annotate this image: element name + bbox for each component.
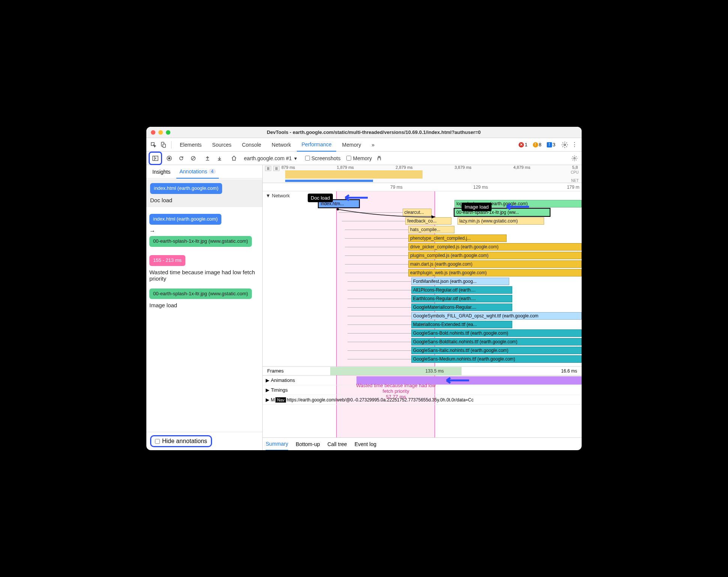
network-bar[interactable]: All1PIcons-Regular.otf (earth.... [411,286,513,294]
maximize-icon[interactable] [166,130,170,135]
download-icon[interactable] [215,153,224,163]
record-icon[interactable] [164,153,174,163]
network-bar[interactable]: GoogleSans-BoldItalic.nohints.ttf (earth… [411,338,582,346]
wait-line [347,307,411,308]
wait-line [347,359,411,359]
titlebar: DevTools - earth.google.com/static/multi… [146,127,582,138]
annotation-chip: index.html (earth.google.com) [149,214,221,225]
network-bar[interactable]: lazy.min.js (www.gstatic.com) [457,217,544,225]
network-row[interactable]: GoogleMaterialIcons-Regular.... [293,304,582,312]
network-row[interactable]: GoogleSans-Bold.nohints.ttf (earth.googl… [293,329,582,338]
network-row[interactable]: index.htm...logo_lockup.svg (earth.googl… [293,200,582,209]
annotation-item[interactable]: 00-earth-splash-1x-ltr.jpg (www.gstatic.… [149,288,259,309]
tab-insights[interactable]: Insights [149,165,173,179]
device-icon[interactable] [159,141,167,149]
network-row[interactable]: GoogleSans-BoldItalic.nohints.ttf (earth… [293,338,582,347]
annotation-item[interactable]: index.html (earth.google.com) Doc load [146,179,262,207]
tab-memory[interactable]: Memory [338,138,366,152]
close-icon[interactable] [151,130,155,135]
toggle-sidebar-icon[interactable] [150,153,160,163]
perf-toolbar: earth.google.com #1 ▾ Screenshots Memory [146,152,582,165]
tab-performance[interactable]: Performance [297,138,336,152]
hide-annotations-checkbox[interactable] [155,439,160,444]
network-row[interactable]: FontManifest.json (earth.goog... [293,278,582,286]
network-bar[interactable]: clearcut... [403,209,432,216]
tab-annotations[interactable]: Annotations 4 [176,165,219,179]
upload-icon[interactable] [203,153,212,163]
devtools-window: DevTools - earth.google.com/static/multi… [146,127,582,450]
network-bar[interactable]: plugins_compiled.js (earth.google.com) [408,252,582,259]
wait-line [347,333,411,334]
track-area[interactable]: Doc load Image load ▼ Network index.htm.… [263,191,582,437]
home-icon[interactable] [229,153,239,163]
wait-line [345,247,408,247]
tab-sources[interactable]: Sources [208,138,236,152]
main: Insights Annotations 4 index.html (earth… [146,165,582,450]
pause-icon[interactable]: ⏸ [273,166,280,171]
network-bar[interactable]: GoogleSans-Italic.nohints.ttf (earth.goo… [411,347,582,354]
network-row[interactable]: plugins_compiled.js (earth.google.com) [293,252,582,260]
network-bar[interactable]: FontManifest.json (earth.goog... [411,278,510,285]
hide-annotations-highlight: Hide annotations [150,435,212,447]
nav-badge: Nav [275,397,286,403]
reload-icon[interactable] [176,153,186,163]
tab-console[interactable]: Console [238,138,266,152]
network-bar[interactable]: EarthIcons-Regular.otf (earth.... [411,295,513,302]
network-bar[interactable]: main.dart.js (earth.google.com) [408,260,582,268]
inspect-icon[interactable] [149,141,158,149]
tab-bottom-up[interactable]: Bottom-up [296,438,320,451]
annotation-item[interactable]: 155 - 213 ms Wasted time because image h… [149,255,259,282]
network-row[interactable]: EarthIcons-Regular.otf (earth.... [293,295,582,304]
network-bar[interactable]: drive_picker_compiled.js (earth.google.c… [408,243,582,251]
cpu-overview [285,170,514,179]
error-count[interactable]: ✕1 [519,142,527,147]
timeline-ruler[interactable]: 79 ms 129 ms 179 m [263,183,582,191]
memory-checkbox[interactable] [346,156,351,161]
network-row[interactable]: feedback_co...lazy.min.js (www.gstatic.c… [293,217,582,226]
issue-count[interactable]: !3 [547,142,555,147]
screenshots-checkbox[interactable] [305,156,310,161]
sidebar: Insights Annotations 4 index.html (earth… [146,165,263,450]
tab-network[interactable]: Network [267,138,295,152]
clear-icon[interactable] [188,153,198,163]
network-row[interactable]: GoogleSymbols_FILL_GRAD_opsz_wght.ttf (e… [293,312,582,321]
network-bar[interactable]: phenotype_client_compiled.j... [408,234,507,242]
network-row[interactable]: MaterialIcons-Extended.ttf (ea... [293,321,582,329]
network-row[interactable]: All1PIcons-Regular.otf (earth.... [293,286,582,295]
warning-count[interactable]: !8 [533,142,541,147]
tab-summary[interactable]: Summary [266,438,288,451]
network-bar[interactable]: GoogleSans-Bold.nohints.ttf (earth.googl… [411,329,582,337]
network-bar[interactable]: hats_compile... [408,226,454,233]
tab-event-log[interactable]: Event log [355,438,376,451]
annotation-item[interactable]: index.html (earth.google.com) → 00-earth… [149,214,259,248]
devtools-tabs: Elements Sources Console Network Perform… [146,138,582,152]
network-bar[interactable]: GoogleSymbols_FILL_GRAD_opsz_wght.ttf (e… [411,312,582,320]
network-bar[interactable]: GoogleMaterialIcons-Regular.... [411,304,513,311]
network-bar[interactable]: MaterialIcons-Extended.ttf (ea... [411,321,513,328]
overview[interactable]: 879 ms 1,879 ms 2,879 ms 3,879 ms 4,879 … [263,165,582,183]
tab-elements[interactable]: Elements [175,138,206,152]
gc-icon[interactable] [374,153,384,163]
site-selector[interactable]: earth.google.com #1 ▾ [244,155,297,161]
network-row[interactable]: GoogleSans-Medium.nohints.ttf (earth.goo… [293,355,582,364]
cpu-label: CPU [571,170,579,174]
tab-more[interactable]: » [367,138,379,152]
network-row[interactable]: earthplugin_web.js (earth.google.com) [293,269,582,278]
minimize-icon[interactable] [158,130,163,135]
network-row[interactable]: GoogleSans-Italic.nohints.ttf (earth.goo… [293,347,582,355]
network-bar[interactable]: feedback_co... [405,217,451,225]
network-row[interactable]: clearcut...00-earth-splash-1x-ltr.jpg (w… [293,209,582,217]
tab-call-tree[interactable]: Call tree [328,438,347,451]
gear-icon[interactable] [570,153,579,163]
network-row[interactable]: main.dart.js (earth.google.com) [293,260,582,269]
network-bar[interactable]: GoogleSans-Medium.nohints.ttf (earth.goo… [411,355,582,363]
network-row[interactable]: hats_compile... [293,226,582,234]
gear-icon[interactable] [561,141,569,149]
network-bar[interactable]: earthplugin_web.js (earth.google.com) [408,269,582,276]
more-icon[interactable]: ⋮ [570,141,579,149]
detail-tabs: Summary Bottom-up Call tree Event log [263,437,582,450]
frames-track[interactable]: Frames 133.5 ms 16.6 ms [263,366,582,375]
network-row[interactable]: phenotype_client_compiled.j... [293,234,582,243]
pause-icon[interactable]: ⏸ [265,166,271,171]
network-row[interactable]: drive_picker_compiled.js (earth.google.c… [293,243,582,252]
